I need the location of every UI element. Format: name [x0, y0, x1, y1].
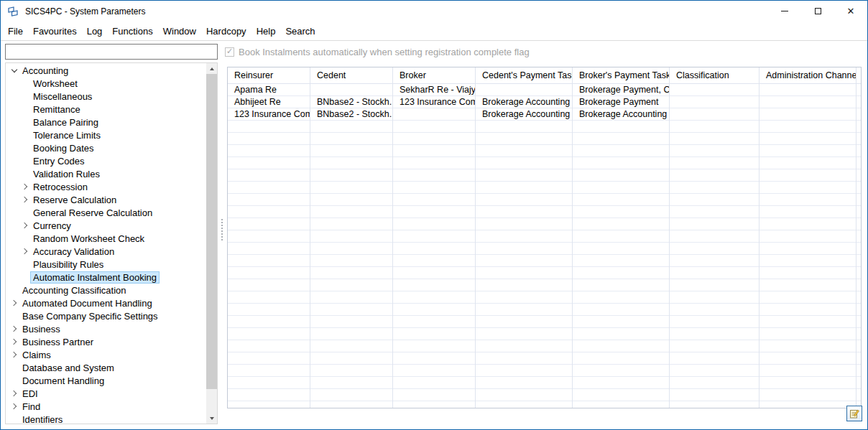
grid-cell[interactable] [393, 243, 475, 255]
grid-cell[interactable] [393, 145, 475, 157]
grid-cell[interactable] [857, 121, 861, 133]
grid-cell[interactable] [857, 230, 861, 243]
grid-cell[interactable] [476, 304, 572, 316]
grid-cell[interactable] [393, 255, 475, 267]
grid-cell[interactable] [228, 401, 310, 408]
grid-cell[interactable] [670, 328, 759, 340]
grid-cell[interactable] [857, 267, 861, 279]
grid-cell[interactable] [857, 291, 861, 304]
grid-cell[interactable] [310, 230, 392, 243]
grid-cell[interactable] [228, 340, 310, 352]
grid-cell[interactable] [573, 218, 669, 230]
tree-item-miscellaneous[interactable]: Miscellaneous [6, 90, 206, 103]
grid-cell[interactable] [228, 304, 310, 316]
grid-cell[interactable] [670, 377, 759, 389]
grid-cell[interactable] [476, 328, 572, 340]
grid-cell[interactable] [476, 316, 572, 328]
grid-cell[interactable] [228, 243, 310, 255]
grid-cell[interactable] [393, 157, 475, 169]
grid-cell[interactable] [393, 365, 475, 377]
menu-hardcopy[interactable]: Hardcopy [201, 23, 251, 39]
grid-cell[interactable] [857, 206, 861, 218]
tree-item-balance-pairing[interactable]: Balance Pairing [6, 116, 206, 128]
tree-item-claims[interactable]: Claims [6, 348, 206, 361]
grid-cell[interactable] [573, 157, 669, 169]
panel-splitter[interactable] [218, 62, 227, 424]
grid-cell[interactable] [670, 243, 759, 255]
grid-cell[interactable] [670, 218, 759, 230]
grid-cell[interactable] [393, 230, 475, 243]
grid-cell[interactable] [228, 377, 310, 389]
grid-cell[interactable]: 123 Insurance Com... [393, 96, 475, 108]
grid-cell[interactable] [857, 304, 861, 316]
tree-item-retrocession[interactable]: Retrocession [6, 180, 206, 193]
grid-cell[interactable] [310, 255, 392, 267]
grid-cell[interactable]: Brokerage Payment [573, 96, 669, 108]
chevron-right-icon[interactable] [9, 350, 19, 360]
column-header-cedent[interactable]: Cedent [310, 67, 393, 84]
grid-cell[interactable]: Brokerage Payment, Cl... [573, 84, 669, 96]
grid-cell[interactable] [573, 352, 669, 365]
grid-cell[interactable] [393, 182, 475, 194]
grid-cell[interactable] [228, 121, 310, 133]
grid-cell[interactable] [760, 328, 856, 340]
grid-cell[interactable] [393, 291, 475, 304]
grid-cell[interactable] [476, 133, 572, 145]
grid-cell[interactable] [228, 316, 310, 328]
grid-cell[interactable] [310, 121, 392, 133]
column-header-broker-s-payment-task[interactable]: Broker's Payment Task [573, 67, 670, 84]
grid-cell[interactable] [228, 365, 310, 377]
grid-cell[interactable] [476, 377, 572, 389]
column-header-administration-channel[interactable]: Administration Channel [760, 67, 857, 84]
grid-cell[interactable] [228, 206, 310, 218]
grid-cell[interactable] [573, 365, 669, 377]
grid-cell[interactable] [310, 145, 392, 157]
filter-input[interactable] [5, 44, 218, 60]
tree-item-automatic-instalment-booking[interactable]: Automatic Instalment Booking [6, 271, 206, 284]
grid-cell[interactable] [573, 316, 669, 328]
grid-cell[interactable] [393, 352, 475, 365]
chevron-right-icon[interactable] [9, 401, 19, 411]
close-button[interactable]: ✕ [834, 1, 867, 22]
grid-cell[interactable] [857, 340, 861, 352]
menu-help[interactable]: Help [251, 23, 281, 39]
grid-cell[interactable] [228, 291, 310, 304]
tree-item-accounting-classification[interactable]: Accounting Classification [6, 284, 206, 296]
grid-cell[interactable] [393, 169, 475, 182]
tree-item-tolerance-limits[interactable]: Tolerance Limits [6, 128, 206, 141]
grid-cell[interactable] [228, 218, 310, 230]
grid-cell[interactable] [857, 389, 861, 401]
grid-cell[interactable] [573, 133, 669, 145]
grid-cell[interactable] [310, 328, 392, 340]
tree-item-general-reserve-calculation[interactable]: General Reserve Calculation [6, 206, 206, 219]
grid-cell[interactable] [670, 291, 759, 304]
grid-cell[interactable] [670, 304, 759, 316]
grid-cell[interactable] [476, 267, 572, 279]
tree-item-worksheet[interactable]: Worksheet [6, 77, 206, 90]
grid-cell[interactable] [228, 133, 310, 145]
grid-cell[interactable] [228, 157, 310, 169]
grid-cell[interactable] [760, 84, 856, 96]
tree-item-edi[interactable]: EDI [6, 387, 206, 400]
grid-cell[interactable] [476, 291, 572, 304]
tree-item-booking-dates[interactable]: Booking Dates [6, 141, 206, 154]
chevron-right-icon[interactable] [9, 388, 19, 398]
tree-item-random-worksheet-check[interactable]: Random Worksheet Check [6, 232, 206, 245]
grid-cell[interactable] [476, 230, 572, 243]
grid-cell[interactable] [393, 267, 475, 279]
grid-cell[interactable] [393, 206, 475, 218]
grid-cell[interactable]: 123 Insurance Com... [228, 108, 310, 121]
grid-cell[interactable] [228, 328, 310, 340]
grid-cell[interactable] [760, 96, 856, 108]
grid-cell[interactable] [310, 291, 392, 304]
grid-cell[interactable] [310, 182, 392, 194]
grid-cell[interactable] [573, 169, 669, 182]
column-header-cedent-s-payment-task[interactable]: Cedent's Payment Task [476, 67, 573, 84]
grid-cell[interactable] [393, 389, 475, 401]
tree-item-currency[interactable]: Currency [6, 219, 206, 232]
grid-cell[interactable] [670, 401, 759, 408]
grid-cell[interactable] [476, 194, 572, 206]
grid-cell[interactable] [476, 84, 572, 96]
grid-cell[interactable] [310, 243, 392, 255]
grid-cell[interactable] [760, 230, 856, 243]
